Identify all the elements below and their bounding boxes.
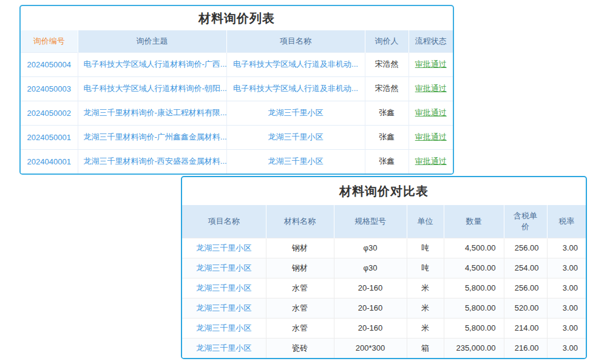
inquiry-no-link[interactable]: 2024050004	[27, 60, 71, 69]
table-row: 2024040001 龙湖三千里材料询价-西安盛器金属材料... 龙湖三千里小区…	[21, 149, 453, 174]
tax-incl-unit-price: 256.00	[504, 278, 547, 298]
project-name-link[interactable]: 龙湖三千里小区	[196, 263, 251, 272]
status-link[interactable]: 审批通过	[415, 132, 447, 141]
table-header-row: 项目名称 材料名称 规格型号 单位 数量 含税单价 税率	[182, 205, 586, 238]
spec-model: φ30	[334, 258, 407, 278]
quantity: 5,800.00	[444, 278, 504, 298]
col-header-material-name: 材料名称	[266, 205, 334, 238]
inquiry-subject-link[interactable]: 龙湖三千里材料询价-康达工程材料有限...	[84, 108, 227, 117]
comparison-table-title: 材料询价对比表	[182, 177, 586, 205]
panel-comparison-table: 材料询价对比表 项目名称 材料名称 规格型号 单位 数量 含税单价 税率 龙湖三…	[181, 176, 587, 359]
inquiry-list-table: 询价编号 询价主题 项目名称 询价人 流程状态 2024050004 电子科技大…	[21, 30, 453, 174]
material-name: 水管	[266, 278, 334, 298]
project-name-link[interactable]: 龙湖三千里小区	[268, 157, 324, 166]
project-name-link[interactable]: 龙湖三千里小区	[196, 243, 251, 252]
table-header-row: 询价编号 询价主题 项目名称 询价人 流程状态	[21, 30, 453, 52]
inquirer-name: 张鑫	[379, 108, 395, 117]
project-name-link[interactable]: 龙湖三千里小区	[268, 108, 324, 117]
spec-model: φ30	[334, 238, 407, 258]
unit: 吨	[407, 258, 444, 278]
material-name: 水管	[266, 318, 334, 338]
table-row: 2024050004 电子科技大学区域人行道材料询价-广西... 电子科技大学区…	[21, 52, 453, 76]
quantity: 4,500.00	[444, 238, 504, 258]
table-row: 龙湖三千里小区 钢材 φ30 吨 4,500.00 256.00 3.00	[182, 238, 586, 258]
table-row: 2024050001 龙湖三千里材料询价-广州鑫鑫金属材料... 龙湖三千里小区…	[21, 125, 453, 149]
col-header-project-name: 项目名称	[182, 205, 266, 238]
inquiry-no-link[interactable]: 2024050003	[27, 84, 71, 93]
table-row: 龙湖三千里小区 水管 20-160 米 5,800.00 520.00 3.00	[182, 298, 586, 318]
spec-model: 20-160	[334, 318, 407, 338]
material-name: 瓷砖	[266, 338, 334, 358]
col-header-tax-incl-price: 含税单价	[504, 205, 547, 238]
project-name-link[interactable]: 龙湖三千里小区	[196, 343, 251, 352]
col-header-inquirer[interactable]: 询价人	[365, 30, 409, 52]
unit: 米	[407, 298, 444, 318]
tax-incl-unit-price: 214.00	[504, 318, 547, 338]
tax-rate: 3.00	[547, 338, 586, 358]
unit: 箱	[407, 338, 444, 358]
spec-model: 20-160	[334, 278, 407, 298]
tax-incl-unit-price: 254.00	[504, 258, 547, 278]
inquiry-no-link[interactable]: 2024050002	[27, 109, 71, 118]
col-header-tax-rate: 税率	[547, 205, 586, 238]
col-header-quantity: 数量	[444, 205, 504, 238]
status-link[interactable]: 审批通过	[415, 84, 447, 93]
quantity: 5,800.00	[444, 318, 504, 338]
panel-inquiry-list: 材料询价列表 询价编号 询价主题 项目名称 询价人 流程状态 202405000…	[19, 5, 454, 175]
material-name: 钢材	[266, 238, 334, 258]
table-row: 2024050002 龙湖三千里材料询价-康达工程材料有限... 龙湖三千里小区…	[21, 101, 453, 125]
status-link[interactable]: 审批通过	[415, 108, 447, 117]
table-row: 龙湖三千里小区 水管 20-160 米 5,800.00 256.00 3.00	[182, 278, 586, 298]
col-header-inquiry-subject[interactable]: 询价主题	[78, 30, 226, 52]
quantity: 235,000.00	[444, 338, 504, 358]
tax-rate: 3.00	[547, 298, 586, 318]
tax-incl-unit-price: 520.00	[504, 298, 547, 318]
status-link[interactable]: 审批通过	[415, 157, 447, 166]
inquiry-no-link[interactable]: 2024050001	[27, 133, 71, 142]
inquirer-name: 宋浩然	[375, 84, 399, 93]
table-row: 龙湖三千里小区 水管 20-160 米 5,800.00 214.00 3.00	[182, 318, 586, 338]
inquiry-no-link[interactable]: 2024040001	[27, 157, 71, 166]
inquiry-list-title: 材料询价列表	[21, 6, 453, 30]
status-link[interactable]: 审批通过	[415, 59, 447, 69]
unit: 米	[407, 318, 444, 338]
tax-incl-unit-price: 216.00	[504, 338, 547, 358]
project-name-link[interactable]: 电子科技大学区域人行道及非机动...	[233, 59, 358, 69]
table-row: 龙湖三千里小区 瓷砖 200*300 箱 235,000.00 216.00 3…	[182, 338, 586, 358]
tax-rate: 3.00	[547, 258, 586, 278]
inquiry-subject-link[interactable]: 电子科技大学区域人行道材料询价-朝阳...	[84, 84, 227, 93]
project-name-link[interactable]: 电子科技大学区域人行道及非机动...	[233, 84, 358, 93]
inquirer-name: 张鑫	[379, 132, 395, 141]
inquirer-name: 张鑫	[379, 157, 395, 166]
tax-rate: 3.00	[547, 318, 586, 338]
col-header-spec-model: 规格型号	[334, 205, 407, 238]
tax-incl-unit-price: 256.00	[504, 238, 547, 258]
tax-rate: 3.00	[547, 278, 586, 298]
spec-model: 200*300	[334, 338, 407, 358]
inquiry-subject-link[interactable]: 龙湖三千里材料询价-广州鑫鑫金属材料...	[84, 132, 227, 141]
inquiry-subject-link[interactable]: 电子科技大学区域人行道材料询价-广西...	[84, 59, 227, 69]
inquiry-subject-link[interactable]: 龙湖三千里材料询价-西安盛器金属材料...	[84, 157, 227, 166]
col-header-inquiry-no[interactable]: 询价编号	[21, 30, 78, 52]
project-name-link[interactable]: 龙湖三千里小区	[268, 132, 324, 141]
unit: 吨	[407, 238, 444, 258]
material-name: 水管	[266, 298, 334, 318]
inquirer-name: 宋浩然	[375, 59, 399, 69]
col-header-status[interactable]: 流程状态	[409, 30, 453, 52]
col-header-unit: 单位	[407, 205, 444, 238]
table-row: 龙湖三千里小区 钢材 φ30 吨 4,500.00 254.00 3.00	[182, 258, 586, 278]
project-name-link[interactable]: 龙湖三千里小区	[196, 323, 251, 332]
tax-rate: 3.00	[547, 238, 586, 258]
unit: 米	[407, 278, 444, 298]
comparison-table: 项目名称 材料名称 规格型号 单位 数量 含税单价 税率 龙湖三千里小区 钢材 …	[182, 205, 586, 358]
quantity: 4,500.00	[444, 258, 504, 278]
project-name-link[interactable]: 龙湖三千里小区	[196, 303, 251, 312]
spec-model: 20-160	[334, 298, 407, 318]
col-header-project-name[interactable]: 项目名称	[226, 30, 365, 52]
project-name-link[interactable]: 龙湖三千里小区	[196, 283, 251, 292]
table-row: 2024050003 电子科技大学区域人行道材料询价-朝阳... 电子科技大学区…	[21, 76, 453, 101]
quantity: 5,800.00	[444, 298, 504, 318]
material-name: 钢材	[266, 258, 334, 278]
